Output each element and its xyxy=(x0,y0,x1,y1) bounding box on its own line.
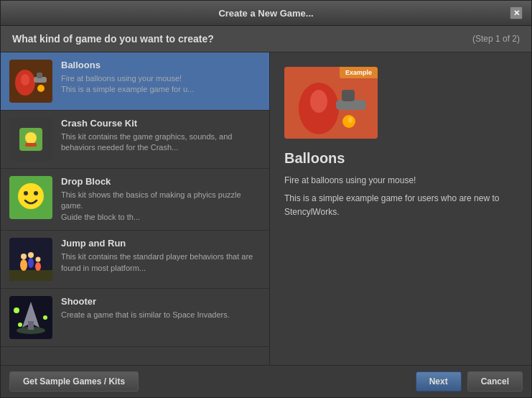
list-item-shooter[interactable]: Shooter Create a game that is similar to… xyxy=(1,289,269,347)
list-item-jumprun-desc1: This kit contains the standard player be… xyxy=(61,251,261,262)
step-text: (Step 1 of 2) xyxy=(472,34,520,44)
svg-point-26 xyxy=(14,307,19,313)
svg-point-5 xyxy=(37,85,45,92)
svg-point-27 xyxy=(43,315,47,320)
svg-point-13 xyxy=(34,191,38,195)
detail-title: Balloons xyxy=(284,150,517,167)
list-item-crash-desc1: This kit contains the game graphics, sou… xyxy=(61,131,261,142)
list-item-jumprun-title: Jump and Run xyxy=(61,238,261,249)
icon-dropblock xyxy=(9,176,52,219)
svg-point-21 xyxy=(28,252,34,258)
list-item-crash[interactable]: Crash Course Kit This kit contains the g… xyxy=(1,111,269,169)
detail-image: Example xyxy=(284,67,378,139)
subtitle-bar: What kind of game do you want to create?… xyxy=(1,26,531,52)
dialog-title: Create a New Game... xyxy=(22,8,510,19)
sample-games-button[interactable]: Get Sample Games / Kits xyxy=(9,371,139,392)
close-button[interactable]: ✕ xyxy=(510,6,523,19)
list-item-balloons[interactable]: Balloons Fire at balloons using your mou… xyxy=(1,52,269,111)
list-item-balloons-text: Balloons Fire at balloons using your mou… xyxy=(61,60,261,96)
svg-point-31 xyxy=(310,90,327,113)
title-bar: Create a New Game... ✕ xyxy=(1,1,531,26)
list-item-dropblock-desc2: Guide the block to th... xyxy=(61,212,261,223)
svg-point-12 xyxy=(24,191,28,195)
list-item-crash-desc2: behaviors needed for the Crash... xyxy=(61,142,261,153)
dialog: Create a New Game... ✕ What kind of game… xyxy=(0,0,532,398)
list-item-shooter-desc1: Create a game that is similar to Space I… xyxy=(61,310,261,320)
svg-rect-33 xyxy=(342,90,355,101)
icon-balloons xyxy=(9,60,52,103)
footer-bar: Get Sample Games / Kits Next Cancel xyxy=(1,365,531,397)
detail-desc1: Fire at balloons using your mouse! xyxy=(284,174,517,188)
list-item-crash-text: Crash Course Kit This kit contains the g… xyxy=(61,118,261,154)
subtitle-text: What kind of game do you want to create? xyxy=(12,33,214,45)
list-panel: Balloons Fire at balloons using your mou… xyxy=(1,52,270,365)
list-item-dropblock[interactable]: Drop Block This kit shows the basics of … xyxy=(1,169,269,231)
list-item-jumprun-desc2: found in most platform... xyxy=(61,263,261,274)
list-item-dropblock-title: Drop Block xyxy=(61,176,261,187)
list-item-crash-title: Crash Course Kit xyxy=(61,118,261,129)
icon-shooter xyxy=(9,296,52,339)
list-item-jumprun[interactable]: Jump and Run This kit contains the stand… xyxy=(1,231,269,289)
svg-rect-9 xyxy=(25,143,37,147)
detail-panel: Example Balloons Fire at balloons using … xyxy=(270,52,531,365)
svg-rect-15 xyxy=(9,270,52,281)
svg-point-17 xyxy=(21,254,27,259)
svg-point-35 xyxy=(348,117,353,123)
svg-point-28 xyxy=(18,323,22,327)
list-item-dropblock-text: Drop Block This kit shows the basics of … xyxy=(61,176,261,223)
svg-point-16 xyxy=(20,259,27,271)
detail-desc2: This is a simple example game for users … xyxy=(284,192,517,219)
svg-point-2 xyxy=(21,74,29,85)
icon-crash xyxy=(9,118,52,161)
svg-point-19 xyxy=(36,257,41,262)
footer-right-buttons: Next Cancel xyxy=(416,371,523,392)
example-badge: Example xyxy=(340,67,378,78)
list-item-balloons-desc1: Fire at balloons using your mouse! xyxy=(61,73,261,84)
list-item-balloons-desc2: This is a simple example game for u... xyxy=(61,84,261,95)
list-item-shooter-text: Shooter Create a game that is similar to… xyxy=(61,296,261,320)
svg-point-8 xyxy=(25,132,37,144)
next-button[interactable]: Next xyxy=(416,371,462,392)
svg-point-20 xyxy=(28,258,34,268)
svg-rect-4 xyxy=(37,73,42,78)
svg-rect-32 xyxy=(336,100,366,110)
list-item-dropblock-desc1: This kit shows the basics of making a ph… xyxy=(61,190,261,212)
list-item-balloons-title: Balloons xyxy=(61,60,261,70)
svg-rect-25 xyxy=(28,321,34,330)
cancel-button[interactable]: Cancel xyxy=(467,371,523,392)
icon-jumprun xyxy=(9,238,52,281)
list-item-shooter-title: Shooter xyxy=(61,296,261,307)
svg-point-11 xyxy=(18,183,44,209)
list-item-jumprun-text: Jump and Run This kit contains the stand… xyxy=(61,238,261,274)
content-area: Balloons Fire at balloons using your mou… xyxy=(1,52,531,365)
svg-point-18 xyxy=(35,262,41,271)
